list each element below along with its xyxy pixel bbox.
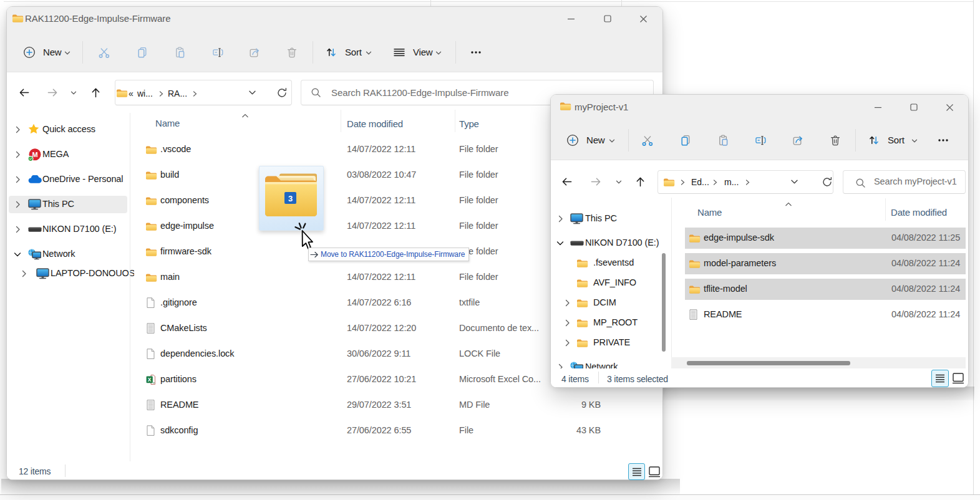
svg-text:M: M (32, 151, 38, 158)
svg-text:X: X (148, 377, 152, 383)
